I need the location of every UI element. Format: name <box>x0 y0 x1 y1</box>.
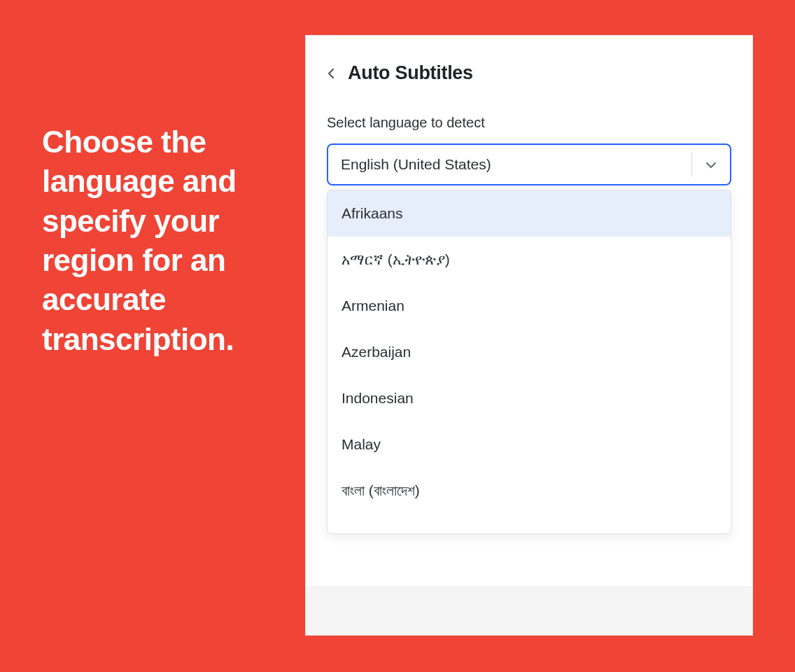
language-dropdown[interactable]: Afrikaans አማርኛ (ኢትዮጵያ) Armenian Azerbaij… <box>327 190 731 534</box>
dropdown-option[interactable]: বাংলা (বাংলাদেশ) <box>328 468 731 514</box>
dropdown-option[interactable]: Afrikaans <box>328 190 731 237</box>
panel-title: Auto Subtitles <box>348 62 473 84</box>
dropdown-option[interactable]: አማርኛ (ኢትዮጵያ) <box>328 237 731 283</box>
language-label: Select language to detect <box>327 115 731 131</box>
dropdown-option[interactable]: Malay <box>328 421 731 468</box>
language-select-value: English (United States) <box>328 145 691 184</box>
chevron-down-icon[interactable] <box>692 145 730 184</box>
language-select[interactable]: English (United States) <box>327 144 731 186</box>
panel-footer-stripe <box>306 586 752 635</box>
settings-panel: Auto Subtitles Select language to detect… <box>305 35 753 636</box>
dropdown-option[interactable]: Armenian <box>328 283 731 329</box>
dropdown-option[interactable] <box>328 514 731 534</box>
dropdown-option[interactable]: Azerbaijan <box>328 329 731 375</box>
panel-header: Auto Subtitles <box>327 62 731 84</box>
dropdown-option[interactable]: Indonesian <box>328 375 731 421</box>
promo-heading: Choose the language and specify your reg… <box>42 122 287 359</box>
back-icon[interactable] <box>327 67 335 80</box>
